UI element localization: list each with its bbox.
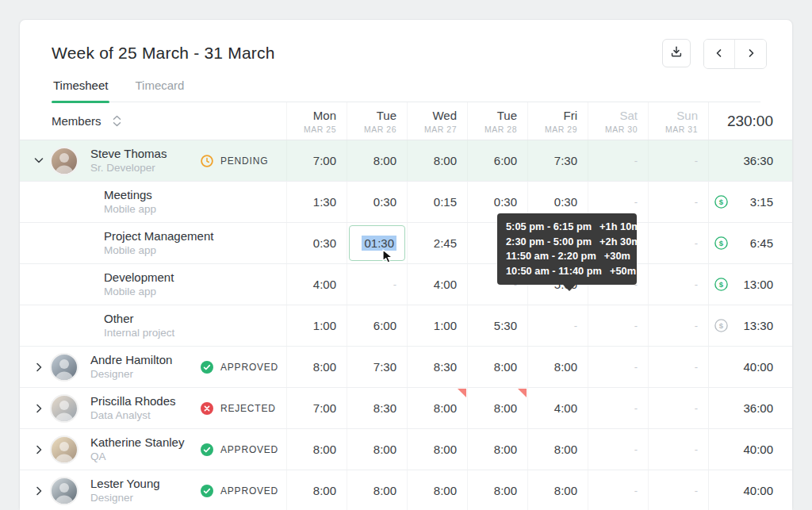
member-name: Andre Hamilton <box>90 352 201 367</box>
status-label: APPROVED <box>220 444 278 455</box>
next-week-button[interactable] <box>735 40 766 68</box>
day-column-header: TueMAR 28 <box>467 102 527 140</box>
task-row: MeetingsMobile app1:300:300:150:300:30--… <box>20 182 792 223</box>
member-name: Katherine Stanley <box>90 435 201 450</box>
member-role: Designer <box>90 367 201 382</box>
member-cell: Steve ThomasSr. DeveloperPENDING <box>20 140 286 181</box>
tooltip-entry: 10:50 am - 11:40 pm+50m <box>506 264 628 279</box>
day-value-cell[interactable]: 1:00 <box>286 305 347 346</box>
member-row[interactable]: Andre HamiltonDesignerAPPROVED8:007:308:… <box>20 347 792 388</box>
selected-value: 01:30 <box>362 236 396 251</box>
status-label: REJECTED <box>220 403 276 414</box>
day-value-cell[interactable]: - <box>648 305 708 346</box>
table-header-row: Members MonMAR 25TueMAR 26WedMAR 27TueMA… <box>20 102 792 140</box>
day-value-cell[interactable]: - <box>648 223 708 263</box>
expand-toggle[interactable] <box>31 404 47 413</box>
task-name: Meetings <box>104 187 286 202</box>
task-project: Mobile app <box>104 243 286 258</box>
day-value-cell[interactable]: - <box>648 182 708 222</box>
day-value-cell[interactable]: 0:15 <box>407 182 467 222</box>
member-name: Steve Thomas <box>90 146 201 161</box>
row-total-value: 40:00 <box>714 484 773 497</box>
expand-toggle[interactable] <box>31 486 47 496</box>
members-column-header: Members <box>20 102 286 140</box>
avatar <box>50 394 79 423</box>
day-name: Wed <box>432 109 457 122</box>
avatar <box>50 477 79 505</box>
tooltip-duration: +50m <box>610 264 636 279</box>
day-value-cell[interactable]: - <box>588 305 648 346</box>
approved-icon <box>201 361 213 374</box>
svg-text:$: $ <box>719 321 724 330</box>
week-nav <box>703 39 767 69</box>
task-name: Project Management <box>104 228 286 243</box>
day-value-cell[interactable]: 0:30 <box>347 182 407 222</box>
row-total-value: 40:00 <box>714 443 773 456</box>
day-value-cell[interactable]: 0:30 <box>286 223 347 263</box>
day-date: MAR 31 <box>665 125 698 134</box>
day-value-cell: 8:00 <box>286 470 347 510</box>
day-value-cell: 8:30 <box>347 388 407 428</box>
tooltip-entry: 2:30 pm - 5:00 pm+2h 30m <box>506 235 628 250</box>
member-row[interactable]: Katherine StanleyQAAPPROVED8:008:008:008… <box>20 429 792 470</box>
day-value-cell: - <box>648 140 708 181</box>
task-row: OtherInternal project1:006:001:005:30---… <box>20 305 792 347</box>
row-total-value: 40:00 <box>714 360 773 374</box>
day-value-cell: - <box>588 429 648 470</box>
row-total-cell: 36:00 <box>708 388 794 428</box>
tooltip-duration: +2h 30m <box>599 235 641 250</box>
day-value-cell[interactable]: 1:00 <box>407 305 467 346</box>
day-value-cell[interactable]: 6:00 <box>347 305 407 346</box>
status-label: PENDING <box>220 155 268 167</box>
member-row[interactable]: Steve ThomasSr. DeveloperPENDING7:008:00… <box>20 140 792 182</box>
member-text: Steve ThomasSr. Developer <box>90 146 201 175</box>
pending-icon <box>201 155 213 167</box>
day-column-header: TueMAR 26 <box>347 102 407 140</box>
day-value-cell: 7:30 <box>347 347 407 387</box>
day-value-cell: 8:00 <box>467 429 527 470</box>
task-cell: MeetingsMobile app <box>20 182 286 222</box>
day-column-header: SatMAR 30 <box>588 102 648 140</box>
chevron-down-icon <box>34 157 44 164</box>
status-label: APPROVED <box>220 485 278 497</box>
day-value-cell[interactable]: 5:30 <box>467 305 527 346</box>
day-value-cell: 8:00 <box>467 470 527 510</box>
row-total-cell: $13:00 <box>708 264 794 305</box>
day-value-cell[interactable]: - <box>527 305 588 346</box>
tooltip-time-range: 10:50 am - 11:40 pm <box>506 264 602 279</box>
week-total-header: 230:00 <box>708 102 794 140</box>
tab-timecard[interactable]: Timecard <box>133 75 186 102</box>
avatar <box>50 435 79 464</box>
member-row[interactable]: Priscilla RhodesData AnalystREJECTED7:00… <box>20 388 792 429</box>
row-total-value: 36:30 <box>714 154 773 167</box>
day-value-cell: 7:00 <box>286 388 347 428</box>
download-button[interactable] <box>662 39 691 67</box>
day-value-cell[interactable]: 4:00 <box>407 264 467 305</box>
member-row[interactable]: Lester YoungDesignerAPPROVED8:008:008:00… <box>20 470 792 510</box>
day-value-cell[interactable]: 1:30 <box>286 182 347 222</box>
billable-icon: $ <box>714 236 728 250</box>
day-value-cell[interactable]: - <box>347 264 407 305</box>
day-value-cell: 8:00 <box>527 470 588 510</box>
expand-toggle[interactable] <box>31 362 47 372</box>
download-icon <box>670 45 683 61</box>
tab-timesheet[interactable]: Timesheet <box>52 75 109 102</box>
row-total-cell: 40:00 <box>708 470 794 510</box>
day-value-cell[interactable]: - <box>648 264 708 305</box>
day-value-cell[interactable]: 2:45 <box>407 223 467 263</box>
day-column-header: MonMAR 25 <box>286 102 347 140</box>
expand-toggle[interactable] <box>31 445 47 454</box>
task-name: Development <box>104 270 286 285</box>
day-column-header: FriMAR 29 <box>527 102 588 140</box>
chevron-right-icon <box>36 445 43 454</box>
expand-toggle[interactable] <box>31 157 47 164</box>
day-column-header: WedMAR 27 <box>407 102 467 140</box>
sort-icon[interactable] <box>113 115 121 127</box>
prev-week-button[interactable] <box>704 40 735 68</box>
task-cell: Project ManagementMobile app <box>20 223 286 263</box>
chevron-right-icon <box>746 47 756 61</box>
selected-day-value-cell[interactable]: 01:30 <box>347 223 407 263</box>
day-value-cell: 7:00 <box>286 140 347 181</box>
billable-icon: $ <box>714 278 728 291</box>
day-value-cell[interactable]: 4:00 <box>286 264 347 305</box>
